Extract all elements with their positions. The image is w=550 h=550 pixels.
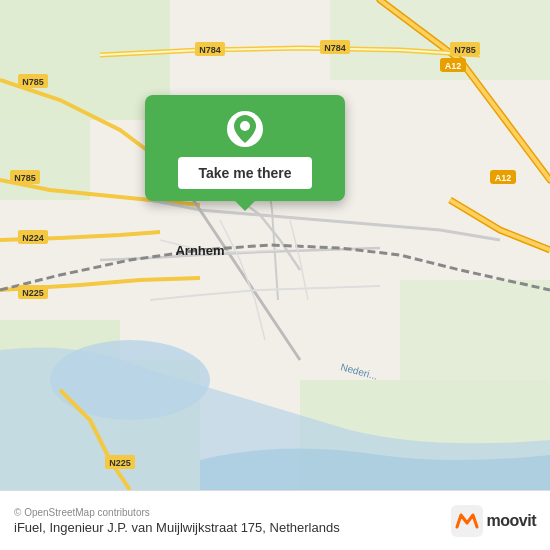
svg-text:A12: A12: [445, 61, 462, 71]
svg-point-30: [240, 121, 250, 131]
moovit-text: moovit: [487, 512, 536, 530]
svg-text:N785: N785: [22, 77, 44, 87]
svg-text:N784: N784: [324, 43, 346, 53]
footer-left: © OpenStreetMap contributors iFuel, Inge…: [14, 507, 340, 535]
svg-text:A12: A12: [495, 173, 512, 183]
road-label-n784-1: N784: [199, 45, 221, 55]
svg-rect-7: [400, 280, 550, 380]
address-text: iFuel, Ingenieur J.P. van Muijlwijkstraa…: [14, 520, 340, 535]
svg-text:Arnhem: Arnhem: [175, 243, 224, 258]
svg-text:N785: N785: [14, 173, 36, 183]
svg-text:N225: N225: [22, 288, 44, 298]
svg-text:N224: N224: [22, 233, 44, 243]
attribution-text: © OpenStreetMap contributors: [14, 507, 340, 518]
location-pin-icon: [227, 111, 263, 147]
map-container: N784 N784 N785 N785 N785 N224 N225 N225 …: [0, 0, 550, 490]
popup-card: Take me there: [145, 95, 345, 201]
moovit-logo: moovit: [451, 505, 536, 537]
take-me-there-button[interactable]: Take me there: [178, 157, 311, 189]
moovit-icon: [451, 505, 483, 537]
svg-text:N225: N225: [109, 458, 131, 468]
footer: © OpenStreetMap contributors iFuel, Inge…: [0, 490, 550, 550]
svg-text:N785: N785: [454, 45, 476, 55]
